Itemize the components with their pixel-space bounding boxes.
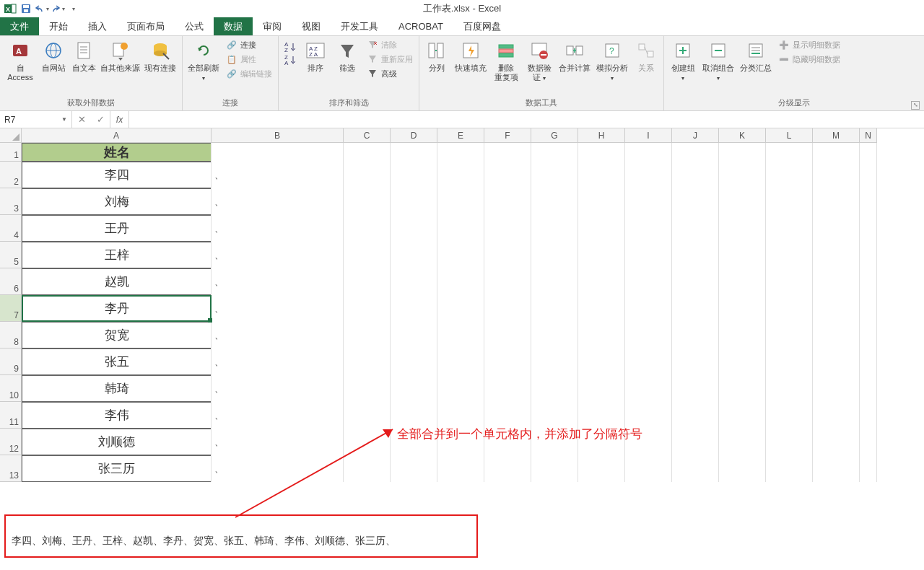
tick-cell[interactable]: 、 xyxy=(212,162,233,188)
enter-icon[interactable]: ✓ xyxy=(91,114,110,125)
name-cell[interactable]: 张五 xyxy=(22,348,212,375)
save-icon[interactable] xyxy=(19,1,33,16)
clear-icon xyxy=(367,39,378,51)
name-cell[interactable]: 李丹 xyxy=(22,295,212,322)
from-web-button[interactable]: 自网站 xyxy=(39,38,68,74)
connections-button[interactable]: 🔗连接 xyxy=(223,38,275,52)
col-header-N[interactable]: N xyxy=(860,128,877,143)
redo-icon[interactable] xyxy=(51,1,65,16)
ribbon-tabs: 文件开始插入页面布局公式数据审阅视图开发工具ACROBAT百度网盘 xyxy=(0,17,924,36)
tab-开发工具[interactable]: 开发工具 xyxy=(331,17,388,35)
name-cell[interactable]: 王丹 xyxy=(22,215,212,242)
tab-数据[interactable]: 数据 xyxy=(214,17,253,35)
name-cell[interactable]: 张三历 xyxy=(22,455,212,482)
refresh-all-button[interactable]: 全部刷新▾ xyxy=(186,38,222,84)
row-header-4[interactable]: 4 xyxy=(0,215,22,242)
tab-插入[interactable]: 插入 xyxy=(78,17,117,35)
tick-cell[interactable]: 、 xyxy=(212,375,233,402)
col-header-M[interactable]: M xyxy=(813,128,860,143)
group-button[interactable]: 创建组▾ xyxy=(667,38,699,84)
existing-connections-button[interactable]: 现有连接 xyxy=(141,38,179,74)
sort-desc-button[interactable]: ZA xyxy=(283,53,297,66)
tick-cell[interactable]: 、 xyxy=(212,455,233,482)
tick-cell[interactable]: 、 xyxy=(212,215,233,242)
from-text-button[interactable]: 自文本 xyxy=(69,38,98,74)
filter-button[interactable]: 筛选 xyxy=(332,38,362,74)
name-cell[interactable]: 贺宽 xyxy=(22,322,212,348)
name-cell[interactable]: 李四 xyxy=(22,162,212,188)
row-header-1[interactable]: 1 xyxy=(0,143,22,162)
name-cell[interactable]: 刘顺德 xyxy=(22,429,212,455)
tick-cell[interactable]: 、 xyxy=(212,348,233,375)
formula-input[interactable] xyxy=(129,111,924,128)
name-cell[interactable]: 李伟 xyxy=(22,402,212,429)
col-header-C[interactable]: C xyxy=(344,128,391,143)
undo-icon[interactable] xyxy=(35,1,49,16)
col-header-D[interactable]: D xyxy=(391,128,437,143)
name-cell[interactable]: 刘梅 xyxy=(22,188,212,215)
header-cell[interactable]: 姓名 xyxy=(22,143,212,162)
row-header-9[interactable]: 9 xyxy=(0,348,22,375)
cancel-icon[interactable]: ✕ xyxy=(72,114,91,125)
text-to-columns-button[interactable]: 分列 xyxy=(422,38,451,74)
tick-cell[interactable]: 、 xyxy=(212,268,233,295)
tab-ACROBAT[interactable]: ACROBAT xyxy=(388,17,453,35)
row-header-3[interactable]: 3 xyxy=(0,188,22,215)
name-cell[interactable]: 赵凯 xyxy=(22,268,212,295)
tab-百度网盘[interactable]: 百度网盘 xyxy=(453,17,511,35)
ungroup-button[interactable]: 取消组合▾ xyxy=(700,38,736,84)
advanced-filter-button[interactable]: 高级 xyxy=(364,66,416,81)
tab-公式[interactable]: 公式 xyxy=(175,17,214,35)
row-header-8[interactable]: 8 xyxy=(0,322,22,348)
name-box-dropdown-icon[interactable]: ▼ xyxy=(58,113,70,126)
row-header-12[interactable]: 12 xyxy=(0,429,22,455)
name-cell[interactable]: 韩琦 xyxy=(22,375,212,402)
col-header-A[interactable]: A xyxy=(22,128,212,143)
tick-cell[interactable]: 、 xyxy=(212,295,233,322)
name-box[interactable]: R7 ▼ xyxy=(0,111,72,128)
spreadsheet-grid[interactable]: ABCDEFGHIJKLMN 12345678910111213 姓名李四、刘梅… xyxy=(0,128,924,570)
tick-cell[interactable]: 、 xyxy=(212,402,233,429)
from-other-sources-button[interactable]: 自其他来源 xyxy=(100,38,140,74)
row-header-13[interactable]: 13 xyxy=(0,455,22,482)
sort-asc-button[interactable]: AZ xyxy=(283,40,297,53)
col-header-G[interactable]: G xyxy=(531,128,578,143)
row-header-2[interactable]: 2 xyxy=(0,162,22,188)
tab-视图[interactable]: 视图 xyxy=(292,17,331,35)
col-header-E[interactable]: E xyxy=(437,128,484,143)
remove-duplicates-button[interactable]: 删除 重复项 xyxy=(490,38,522,84)
tick-cell[interactable]: 、 xyxy=(212,322,233,348)
tick-cell[interactable]: 、 xyxy=(212,188,233,215)
sort-button[interactable]: A ZZ A 排序 xyxy=(300,38,331,74)
col-header-B[interactable]: B xyxy=(212,128,344,143)
data-validation-button[interactable]: 数据验 证 ▾ xyxy=(523,38,555,84)
col-header-K[interactable]: K xyxy=(719,128,766,143)
tab-文件[interactable]: 文件 xyxy=(0,17,39,35)
col-header-H[interactable]: H xyxy=(578,128,625,143)
col-header-I[interactable]: I xyxy=(625,128,672,143)
tick-cell[interactable]: 、 xyxy=(212,429,233,455)
group-outline: 创建组▾ 取消组合▾ 分类汇总 ➕显示明细数据 ➖隐藏明细数据 分级显示⤡ xyxy=(664,36,924,110)
flash-fill-button[interactable]: 快速填充 xyxy=(453,38,489,74)
tab-审阅[interactable]: 审阅 xyxy=(253,17,292,35)
customize-qat-icon[interactable]: ▾ xyxy=(66,1,81,16)
fx-icon[interactable]: fx xyxy=(110,111,129,128)
row-header-5[interactable]: 5 xyxy=(0,242,22,268)
consolidate-button[interactable]: 合并计算 xyxy=(557,38,593,74)
name-cell[interactable]: 王梓 xyxy=(22,242,212,268)
from-access-button[interactable]: A 自 Access xyxy=(3,38,38,84)
select-all-button[interactable] xyxy=(0,128,22,143)
tab-开始[interactable]: 开始 xyxy=(39,17,78,35)
col-header-L[interactable]: L xyxy=(766,128,813,143)
col-header-F[interactable]: F xyxy=(484,128,531,143)
whatif-button[interactable]: ? 模拟分析▾ xyxy=(594,38,630,84)
row-header-11[interactable]: 11 xyxy=(0,402,22,429)
tab-页面布局[interactable]: 页面布局 xyxy=(117,17,175,35)
row-header-10[interactable]: 10 xyxy=(0,375,22,402)
row-header-7[interactable]: 7 xyxy=(0,295,22,322)
tick-cell[interactable]: 、 xyxy=(212,242,233,268)
row-header-6[interactable]: 6 xyxy=(0,268,22,295)
col-header-J[interactable]: J xyxy=(672,128,719,143)
subtotal-button[interactable]: 分类汇总 xyxy=(738,38,774,74)
dialog-launcher-icon[interactable]: ⤡ xyxy=(911,101,920,110)
